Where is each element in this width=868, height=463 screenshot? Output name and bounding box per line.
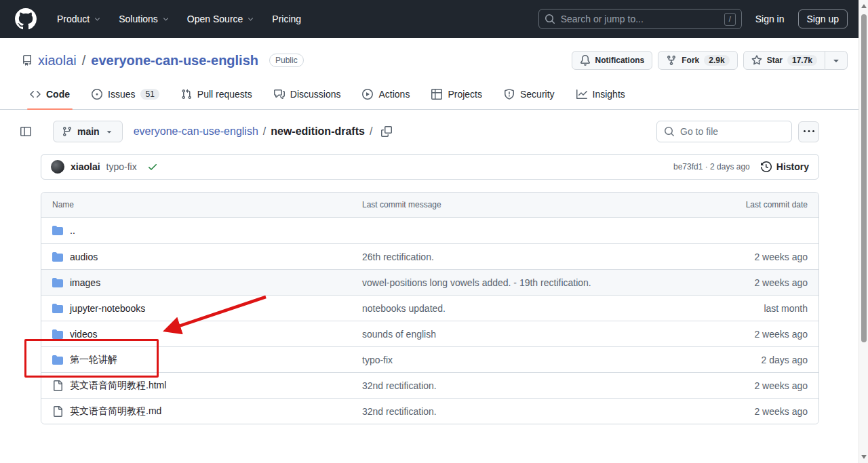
repo-header: xiaolai / everyone-can-use-english Publi… [0, 38, 868, 79]
avatar[interactable] [51, 160, 64, 174]
commit-date-cell: 2 weeks ago [683, 406, 818, 417]
side-panel-toggle-button[interactable] [15, 121, 37, 142]
file-name-link[interactable]: jupyter-notebooks [70, 303, 145, 314]
file-name-link[interactable]: 英文语音简明教程.html [70, 380, 166, 392]
chevron-down-icon [247, 16, 254, 23]
github-logo-icon[interactable] [15, 8, 37, 30]
file-rows: ..audios26th rectification.2 weeks agoim… [41, 218, 818, 424]
scrollbar[interactable] [859, 0, 868, 463]
chevron-down-icon [162, 16, 170, 23]
breadcrumb-current-path: new-edition-drafts [271, 125, 365, 138]
nav-item-pricing[interactable]: Pricing [265, 8, 308, 30]
comment-discussion-icon [274, 89, 285, 100]
fork-count[interactable]: 2.9k [704, 55, 729, 66]
notifications-button[interactable]: Notifications [572, 51, 653, 70]
folder-icon [52, 225, 63, 236]
column-last-commit-message: Last commit message [362, 200, 683, 209]
triangle-down-icon [831, 55, 842, 66]
commit-author-link[interactable]: xiaolai [71, 161, 100, 172]
scrollbar-thumb[interactable] [861, 14, 867, 342]
table-row: audios26th rectification.2 weeks ago [41, 243, 818, 269]
name-cell: jupyter-notebooks [41, 303, 362, 314]
file-name-link[interactable]: 英文语音简明教程.md [70, 405, 161, 418]
issue-opened-icon [92, 89, 102, 100]
file-browser: xiaolai typo-fix be73fd1 · 2 days ago Hi… [41, 154, 819, 424]
star-button[interactable]: Star 17.7k [743, 51, 825, 70]
copy-icon [381, 126, 392, 137]
commit-date-cell: last month [683, 303, 818, 314]
commit-message-cell[interactable]: 26th rectification. [362, 251, 683, 262]
star-dropdown-button[interactable] [825, 51, 848, 70]
sign-in-link[interactable]: Sign in [751, 9, 789, 28]
commit-message-cell[interactable]: 32nd rectification. [362, 406, 683, 417]
tab-security[interactable]: Security [496, 79, 563, 109]
copy-path-button[interactable] [378, 123, 395, 140]
branch-selector-button[interactable]: main [53, 121, 123, 142]
check-icon[interactable] [147, 161, 158, 172]
tab-discussions[interactable]: Discussions [266, 79, 349, 109]
history-icon [761, 161, 772, 172]
fork-button[interactable]: Fork 2.9k [658, 51, 737, 70]
history-icon [761, 161, 772, 172]
tab-issues[interactable]: Issues51 [83, 79, 167, 109]
tab-code[interactable]: Code [22, 79, 78, 109]
bell-icon [580, 55, 591, 66]
repo-name-link[interactable]: everyone-can-use-english [91, 53, 258, 68]
breadcrumb-repo-link[interactable]: everyone-can-use-english [134, 125, 258, 138]
code-icon [30, 89, 41, 100]
file-name-link[interactable]: audios [70, 251, 98, 262]
repo-title-separator: / [82, 53, 86, 68]
column-name: Name [41, 200, 362, 209]
tab-projects[interactable]: Projects [423, 79, 490, 109]
breadcrumb: everyone-can-use-english / new-edition-d… [134, 125, 373, 138]
file-name-link[interactable]: videos [70, 329, 97, 340]
file-icon [52, 406, 63, 417]
file-icon [52, 380, 63, 391]
column-last-commit-date: Last commit date [683, 200, 818, 209]
commit-date-cell: 2 weeks ago [683, 277, 818, 288]
star-button-group: Star 17.7k [743, 51, 848, 70]
sign-up-button[interactable]: Sign up [798, 9, 848, 28]
commit-date-cell: 2 weeks ago [683, 251, 818, 262]
repo-icon [22, 55, 33, 66]
scrollbar-up-arrow[interactable] [861, 4, 867, 8]
file-name-link[interactable]: .. [70, 225, 75, 236]
tab-actions[interactable]: Actions [354, 79, 418, 109]
nav-item-solutions[interactable]: Solutions [112, 8, 176, 30]
commit-message-cell[interactable]: 32nd rectification. [362, 380, 683, 391]
folder-icon [52, 251, 63, 262]
star-icon [751, 55, 762, 66]
nav-item-open-source[interactable]: Open Source [180, 8, 262, 30]
commit-message-cell[interactable]: vowel-positions long vowels added. - 19t… [362, 277, 683, 288]
scrollbar-down-arrow[interactable] [861, 455, 867, 459]
name-cell: 英文语音简明教程.md [41, 405, 362, 418]
bell-icon [580, 55, 591, 66]
commit-sha-and-time[interactable]: be73fd1 · 2 days ago [673, 162, 750, 172]
global-search-input[interactable]: Search or jump to... / [538, 9, 742, 29]
file-table-header: Name Last commit message Last commit dat… [41, 193, 818, 218]
shield-icon [504, 89, 515, 100]
chevron-down-icon [94, 16, 101, 23]
search-icon [545, 14, 555, 24]
commit-date-cell: 2 days ago [683, 355, 818, 365]
history-link[interactable]: History [761, 161, 809, 172]
name-cell: 英文语音简明教程.html [41, 380, 362, 392]
repo-forked-icon [666, 55, 677, 66]
table-row: .. [41, 218, 818, 243]
tab-insights[interactable]: Insights [568, 79, 633, 109]
more-options-button[interactable] [798, 121, 819, 142]
go-to-file-input[interactable]: Go to file [656, 121, 792, 142]
search-placeholder: Search or jump to... [561, 14, 719, 24]
file-name-link[interactable]: 第一轮讲解 [70, 354, 117, 366]
commit-date-cell: 2 weeks ago [683, 329, 818, 340]
tab-pull-requests[interactable]: Pull requests [173, 79, 260, 109]
nav-item-product[interactable]: Product [50, 8, 108, 30]
commit-message-cell[interactable]: typo-fix [362, 355, 683, 365]
commit-message-cell[interactable]: notebooks updated. [362, 303, 683, 314]
file-table: Name Last commit message Last commit dat… [41, 192, 819, 424]
repo-owner-link[interactable]: xiaolai [38, 53, 77, 68]
commit-message-cell[interactable]: sounds of english [362, 329, 683, 340]
commit-message-link[interactable]: typo-fix [106, 161, 137, 172]
star-count[interactable]: 17.7k [787, 55, 817, 66]
file-name-link[interactable]: images [70, 277, 100, 288]
